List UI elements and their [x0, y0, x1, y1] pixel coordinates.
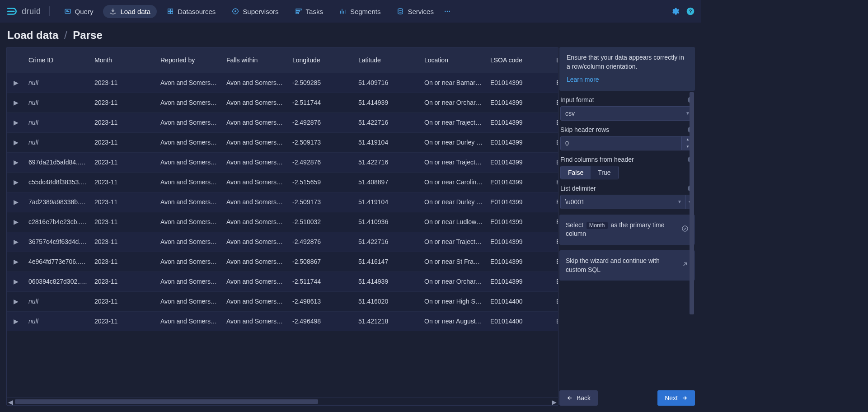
column-header[interactable]: Falls within	[223, 47, 289, 73]
cell: Bath	[553, 291, 558, 311]
cell: 2023-11	[91, 172, 157, 192]
nav-load-data[interactable]: Load data	[103, 5, 157, 18]
column-header[interactable]: Reported by	[157, 47, 223, 73]
skip-header-input[interactable]: 0	[560, 136, 681, 150]
nav-services[interactable]: Services	[390, 5, 440, 18]
table-row[interactable]: ▶7ad2389a98338b...•••2023-11Avon and Som…	[7, 192, 558, 212]
cell: Avon and Somerset Constabulary	[157, 93, 223, 112]
nav-segments[interactable]: Segments	[333, 5, 387, 18]
cell: 51.422716	[355, 112, 421, 132]
nav-datasources[interactable]: Datasources	[160, 5, 222, 18]
expand-row-icon[interactable]: ▶	[7, 172, 25, 192]
help-icon[interactable]: ?	[686, 7, 695, 16]
column-header[interactable]: LSOA code	[487, 47, 553, 73]
column-header[interactable]: Latitude	[355, 47, 421, 73]
scroll-thumb[interactable]	[15, 399, 318, 404]
table-row[interactable]: ▶null2023-11Avon and Somerset Constabula…	[7, 73, 558, 93]
cell: On or near Barnard Walk	[421, 73, 487, 93]
column-header[interactable]: Month	[91, 47, 157, 73]
cell: -2.510032	[289, 212, 355, 232]
cell: On or near Durley Hill	[421, 192, 487, 212]
expand-row-icon[interactable]: ▶	[7, 232, 25, 252]
cell: Avon and Somerset Constabulary	[157, 232, 223, 252]
expand-row-icon[interactable]: ▶	[7, 73, 25, 93]
table-row[interactable]: ▶c2816e7b4e23cb...•••2023-11Avon and Som…	[7, 212, 558, 232]
expand-row-icon[interactable]: ▶	[7, 291, 25, 311]
nav-query[interactable]: Query	[58, 5, 100, 18]
cell: 2023-11	[91, 73, 157, 93]
column-header[interactable]: Crime ID	[25, 47, 91, 73]
cell: Avon and Somerset Constabulary	[157, 212, 223, 232]
expand-row-icon[interactable]: ▶	[7, 132, 25, 152]
column-header[interactable]: Location	[421, 47, 487, 73]
expand-row-icon[interactable]: ▶	[7, 112, 25, 132]
table-row[interactable]: ▶null2023-11Avon and Somerset Constabula…	[7, 112, 558, 132]
back-button[interactable]: Back	[559, 390, 598, 406]
expand-row-icon[interactable]: ▶	[7, 252, 25, 272]
cell: 2023-11	[91, 152, 157, 172]
toggle-false[interactable]: False	[561, 166, 591, 179]
skip-wizard-card[interactable]: Skip the wizard and continue with custom…	[559, 250, 695, 281]
cell: -2.515659	[289, 172, 355, 192]
cell: null	[25, 132, 91, 152]
cell: -2.508867	[289, 252, 355, 272]
find-columns-toggle[interactable]: False True	[560, 166, 619, 179]
vertical-scrollbar[interactable]	[689, 47, 695, 406]
table-row[interactable]: ▶c55dc48d8f38353...•••2023-11Avon and So…	[7, 172, 558, 192]
separator	[49, 6, 50, 16]
table-row[interactable]: ▶null2023-11Avon and Somerset Constabula…	[7, 132, 558, 152]
expand-row-icon[interactable]: ▶	[7, 93, 25, 112]
expand-row-icon[interactable]: ▶	[7, 212, 25, 232]
cell: -2.509285	[289, 73, 355, 93]
nav-more[interactable]	[440, 5, 455, 18]
svg-rect-4	[171, 12, 173, 14]
cell: Avon and Somerset Constabulary	[157, 291, 223, 311]
table-row[interactable]: ▶36757c4c9f63d4d...•••2023-11Avon and So…	[7, 232, 558, 252]
table-row[interactable]: ▶null2023-11Avon and Somerset Constabula…	[7, 291, 558, 311]
cell: Avon and Somerset Constabulary	[157, 152, 223, 172]
list-delimiter-input[interactable]: \u0001 ▼	[560, 195, 686, 209]
column-header[interactable]: LSOA	[553, 47, 558, 73]
expand-row-icon[interactable]: ▶	[7, 192, 25, 212]
cell: E01014399	[487, 192, 553, 212]
cell: 51.421218	[355, 311, 421, 331]
nav-tasks[interactable]: Tasks	[289, 5, 329, 18]
expand-row-icon[interactable]: ▶	[7, 272, 25, 291]
table-row[interactable]: ▶060394c827d302...•••2023-11Avon and Som…	[7, 272, 558, 291]
learn-more-link[interactable]: Learn more	[567, 75, 599, 84]
select-time-column-card[interactable]: Select Month as the primary time column	[559, 215, 695, 245]
nav-supervisors[interactable]: Supervisors	[225, 5, 285, 18]
table-row[interactable]: ▶4e964fd773e706...•••2023-11Avon and Som…	[7, 252, 558, 272]
table-row[interactable]: ▶null2023-11Avon and Somerset Constabula…	[7, 311, 558, 331]
cell: Bath	[553, 212, 558, 232]
cell: 51.410936	[355, 212, 421, 232]
toggle-true[interactable]: True	[591, 166, 618, 179]
svg-text:?: ?	[689, 8, 692, 14]
segments-icon	[339, 8, 347, 15]
input-format-select[interactable]: csv ▼	[560, 106, 694, 121]
cell: Avon and Somerset Constabulary	[157, 311, 223, 331]
cell: 4e964fd773e706...•••	[25, 252, 91, 272]
arrow-up-right-icon	[681, 261, 689, 271]
gear-icon[interactable]	[671, 7, 680, 16]
cell: -2.511744	[289, 272, 355, 291]
table-row[interactable]: ▶697da21d5afd84...•••2023-11Avon and Som…	[7, 152, 558, 172]
column-header[interactable]: Longitude	[289, 47, 355, 73]
brand-logo[interactable]: druid	[6, 5, 41, 17]
scroll-thumb[interactable]	[690, 92, 694, 314]
cell: -2.492876	[289, 152, 355, 172]
cell: c55dc48d8f38353...•••	[25, 172, 91, 192]
expand-row-icon[interactable]: ▶	[7, 311, 25, 331]
cell: E01014399	[487, 212, 553, 232]
scroll-right-icon[interactable]: ▶	[550, 398, 558, 406]
cell: On or near St Francis Road	[421, 252, 487, 272]
cell: null	[25, 311, 91, 331]
cell: On or near Caroline Close	[421, 172, 487, 192]
check-circle-icon	[681, 225, 689, 235]
scroll-left-icon[interactable]: ◀	[7, 398, 14, 406]
expand-row-icon[interactable]: ▶	[7, 152, 25, 172]
table-row[interactable]: ▶null2023-11Avon and Somerset Constabula…	[7, 93, 558, 112]
cell: Avon and Somerset Constabulary	[223, 212, 289, 232]
horizontal-scrollbar[interactable]: ◀ ▶	[7, 398, 558, 405]
cell: 2023-11	[91, 272, 157, 291]
